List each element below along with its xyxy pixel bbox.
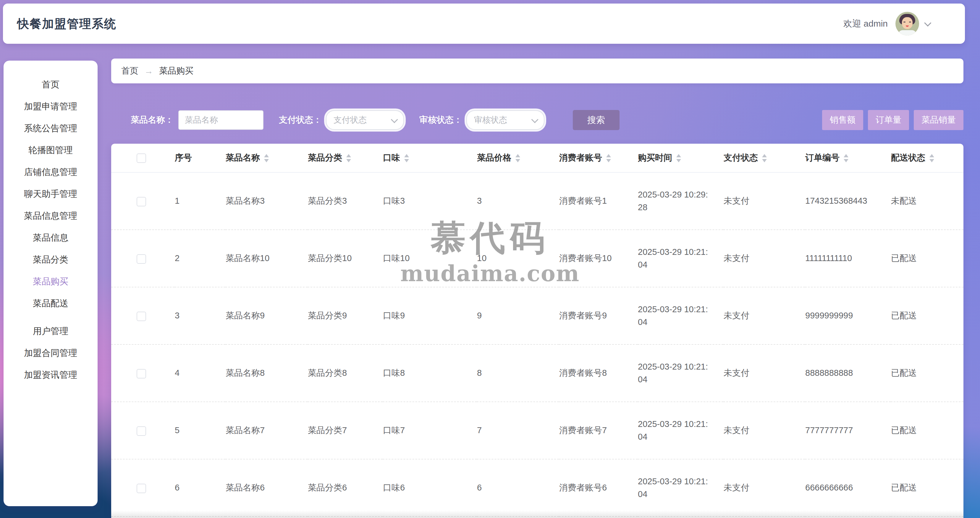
cell-flavor: 口味6 <box>383 459 477 516</box>
order-volume-button[interactable]: 订单量 <box>868 110 909 130</box>
column-label: 菜品价格 <box>477 153 511 162</box>
chevron-down-icon[interactable] <box>924 19 931 26</box>
cell-consumer: 消费者账号10 <box>559 230 638 287</box>
avatar-shirt <box>898 30 916 35</box>
column-name[interactable]: 菜品名称 <box>225 144 307 172</box>
sidebar-item-dish-info[interactable]: 菜品信息 <box>3 227 98 249</box>
sidebar-item-contract-manage[interactable]: 加盟合同管理 <box>3 342 98 364</box>
dish-sales-button[interactable]: 菜品销量 <box>914 110 963 130</box>
cell-delivery: 已配送 <box>891 459 963 516</box>
column-label: 菜品名称 <box>226 153 260 162</box>
cell-order_no: 6666666666 <box>805 459 891 516</box>
table-row: 1菜品名称3菜品分类3口味33消费者账号12025-03-29 10:29:28… <box>111 172 963 230</box>
main-content: 首页 → 菜品购买 菜品名称： 支付状态： 支付状态 审核状态： 审核状态 搜索… <box>111 59 963 518</box>
sort-icon[interactable] <box>404 154 409 162</box>
sort-icon[interactable] <box>762 154 767 162</box>
row-checkbox[interactable] <box>137 369 146 378</box>
cell-time: 2025-03-29 10:21:04 <box>638 230 723 287</box>
column-pay_status[interactable]: 支付状态 <box>723 144 805 172</box>
cell-category: 菜品分类7 <box>307 402 383 459</box>
table-body: 1菜品名称3菜品分类3口味33消费者账号12025-03-29 10:29:28… <box>111 172 963 516</box>
cell-pay_status: 未支付 <box>723 402 805 459</box>
cell-category: 菜品分类3 <box>307 172 383 230</box>
column-order_no[interactable]: 订单编号 <box>805 144 891 172</box>
avatar[interactable] <box>896 12 919 35</box>
sort-icon[interactable] <box>606 154 611 162</box>
sort-icon[interactable] <box>515 154 520 162</box>
sidebar-item-news-manage[interactable]: 加盟资讯管理 <box>3 364 98 386</box>
welcome-text: 欢迎 admin <box>843 18 888 30</box>
cell-name: 菜品名称8 <box>225 345 307 402</box>
column-category[interactable]: 菜品分类 <box>307 144 383 172</box>
column-time[interactable]: 购买时间 <box>638 144 723 172</box>
column-consumer[interactable]: 消费者账号 <box>559 144 638 172</box>
column-price[interactable]: 菜品价格 <box>477 144 559 172</box>
sidebar-item-announcement[interactable]: 系统公告管理 <box>3 118 98 139</box>
sidebar-menu: 首页加盟申请管理系统公告管理轮播图管理店铺信息管理聊天助手管理菜品信息管理菜品信… <box>3 60 98 506</box>
sidebar-item-shop-info[interactable]: 店铺信息管理 <box>3 161 98 183</box>
column-label: 订单编号 <box>805 153 840 162</box>
column-flavor[interactable]: 口味 <box>383 144 477 172</box>
column-label: 序号 <box>175 153 192 162</box>
sidebar-item-chat-assistant[interactable]: 聊天助手管理 <box>3 183 98 205</box>
cell-flavor: 口味7 <box>383 402 477 459</box>
cell-price: 6 <box>477 459 559 516</box>
cell-flavor: 口味10 <box>383 230 477 287</box>
cell-time: 2025-03-29 10:21:04 <box>638 459 723 516</box>
sidebar-item-dish-category[interactable]: 菜品分类 <box>3 249 98 270</box>
sidebar-item-dish-info-group[interactable]: 菜品信息管理 <box>3 205 98 227</box>
sort-icon[interactable] <box>264 154 269 162</box>
table-row: 2菜品名称10菜品分类10口味1010消费者账号102025-03-29 10:… <box>111 230 963 287</box>
sort-icon[interactable] <box>844 154 848 162</box>
sort-icon[interactable] <box>346 154 351 162</box>
cell-flavor: 口味9 <box>383 287 477 345</box>
audit-status-select[interactable]: 审核状态 <box>466 110 544 130</box>
sidebar-item-dish-purchase[interactable]: 菜品购买 <box>3 270 98 292</box>
action-buttons: 销售额订单量菜品销量 <box>817 110 963 130</box>
sort-icon[interactable] <box>676 154 681 162</box>
column-label: 配送状态 <box>891 153 925 162</box>
cell-name: 菜品名称3 <box>225 172 307 230</box>
pay-status-select[interactable]: 支付状态 <box>326 110 404 130</box>
row-checkbox[interactable] <box>137 197 146 207</box>
table-row: 3菜品名称9菜品分类9口味99消费者账号92025-03-29 10:21:04… <box>111 287 963 345</box>
row-checkbox[interactable] <box>137 484 146 493</box>
pay-status-placeholder: 支付状态 <box>334 114 367 126</box>
breadcrumb-home[interactable]: 首页 <box>121 65 138 77</box>
row-checkbox[interactable] <box>137 254 146 264</box>
cell-order_no: 1743215368443 <box>805 172 891 230</box>
row-checkbox[interactable] <box>137 426 146 436</box>
table-row: 4菜品名称8菜品分类8口味88消费者账号82025-03-29 10:21:04… <box>111 345 963 402</box>
sidebar-item-franchise-apply[interactable]: 加盟申请管理 <box>3 95 98 118</box>
user-menu[interactable]: 欢迎 admin <box>843 12 965 35</box>
cell-time: 2025-03-29 10:21:04 <box>638 345 723 402</box>
cell-name: 菜品名称6 <box>225 459 307 516</box>
sort-icon[interactable] <box>929 154 934 162</box>
row-checkbox[interactable] <box>137 311 146 321</box>
sidebar-item-dish-delivery[interactable]: 菜品配送 <box>3 292 98 314</box>
cell-delivery: 已配送 <box>891 287 963 345</box>
cell-price: 8 <box>477 345 559 402</box>
sales-amount-button[interactable]: 销售额 <box>822 110 863 130</box>
cell-delivery: 未配送 <box>891 172 963 230</box>
column-label: 消费者账号 <box>559 153 602 162</box>
cell-consumer: 消费者账号6 <box>559 459 638 516</box>
cell-pay_status: 未支付 <box>723 230 805 287</box>
table-row: 6菜品名称6菜品分类6口味66消费者账号62025-03-29 10:21:04… <box>111 459 963 516</box>
cell-index: 6 <box>175 459 225 516</box>
dish-name-input[interactable] <box>178 110 264 130</box>
sidebar-item-user-manage[interactable]: 用户管理 <box>3 320 98 342</box>
cell-time: 2025-03-29 10:21:04 <box>638 402 723 459</box>
top-header: 快餐加盟管理系统 欢迎 admin <box>3 3 965 44</box>
search-button[interactable]: 搜索 <box>573 110 619 130</box>
row-checkbox-cell <box>111 459 175 516</box>
row-checkbox-cell <box>111 172 175 230</box>
sidebar-item-banner[interactable]: 轮播图管理 <box>3 139 98 161</box>
sidebar-item-home[interactable]: 首页 <box>3 74 98 95</box>
cell-name: 菜品名称7 <box>225 402 307 459</box>
cell-consumer: 消费者账号1 <box>559 172 638 230</box>
chevron-down-icon <box>531 116 538 123</box>
chevron-down-icon <box>391 116 398 123</box>
column-delivery[interactable]: 配送状态 <box>891 144 963 172</box>
select-all-checkbox[interactable] <box>137 153 146 163</box>
